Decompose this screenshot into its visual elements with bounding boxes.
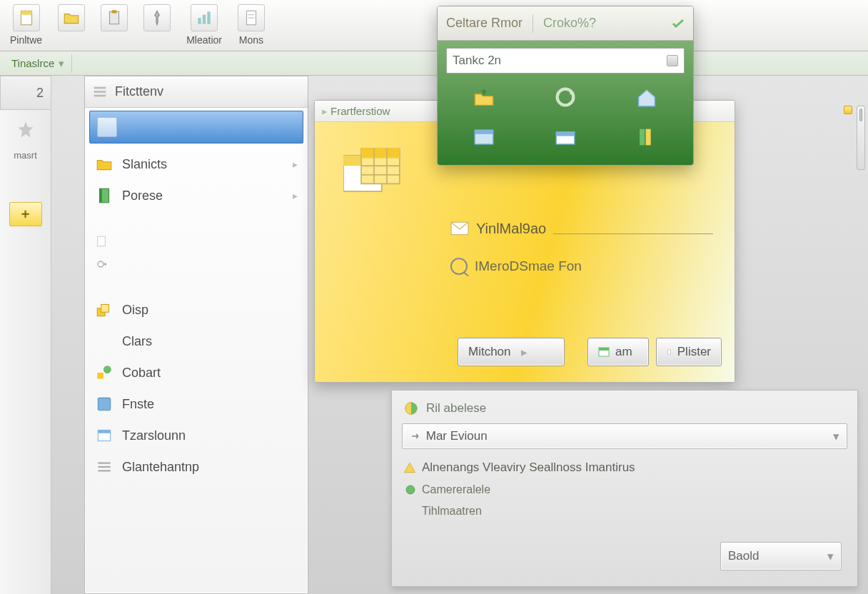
selected-tree-item[interactable] — [89, 111, 303, 144]
window-small-icon — [598, 346, 610, 358]
plister-button[interactable]: Plister — [656, 338, 722, 366]
dropdown-title: Celtare RmorCroko%? — [438, 6, 693, 41]
vertical-toolbar: masrt + — [0, 110, 51, 594]
tree-item-cobart[interactable]: Cobart — [89, 358, 303, 388]
svg-rect-30 — [361, 148, 400, 158]
tree-item-clars[interactable]: Clars — [89, 326, 303, 356]
svg-point-16 — [98, 261, 104, 267]
svg-rect-6 — [207, 11, 210, 24]
dropdown-input[interactable]: Tankc 2n — [446, 48, 685, 74]
svg-rect-23 — [98, 430, 110, 433]
grid-item-2[interactable] — [535, 85, 596, 109]
select-mar-evioun[interactable]: Mar Evioun▾ — [402, 423, 847, 449]
home-icon — [635, 85, 659, 109]
list-icon — [92, 84, 108, 100]
tree-item-porese[interactable]: Porese▸ — [89, 181, 303, 211]
globe-shield-icon — [403, 401, 419, 416]
svg-rect-18 — [101, 304, 109, 312]
ribbon-label: Mleatior — [186, 34, 222, 46]
row-gutter: 2 — [0, 76, 51, 110]
ribbon-item-pinltwe[interactable]: Pinltwe — [10, 4, 42, 46]
panel-row-1[interactable]: YinlMal9ao — [450, 221, 713, 237]
tree-item-tzarslounn[interactable]: Tzarslounn — [89, 421, 303, 450]
ribbon-item-mons[interactable]: Mons — [238, 4, 265, 46]
svg-rect-11 — [94, 91, 106, 93]
search-icon — [450, 258, 468, 275]
vbar-label: masrt — [14, 150, 37, 161]
svg-rect-38 — [667, 350, 670, 354]
grid-item-6[interactable] — [616, 125, 677, 149]
side-panel-header: Fitcttenv — [85, 76, 308, 108]
ribbon-item-mleatior[interactable]: Mleatior — [186, 4, 222, 46]
shapes-icon — [95, 363, 113, 382]
ribbon-item-2[interactable] — [58, 4, 85, 31]
tree-item-slanicts[interactable]: Slanicts▸ — [89, 149, 303, 179]
chart-icon — [191, 4, 218, 31]
lines-icon — [95, 458, 113, 476]
grid-item-5[interactable] — [535, 125, 596, 149]
folder-up-icon — [472, 85, 496, 109]
chevron-right-icon: ▸ — [293, 158, 298, 170]
tab-tinaslrce[interactable]: Tinaslrce ▾ — [4, 54, 72, 73]
svg-rect-41 — [475, 130, 493, 134]
dropdown-panel: Celtare RmorCroko%? Tankc 2n — [437, 6, 694, 166]
books-icon — [635, 125, 659, 149]
paste-icon — [101, 4, 128, 31]
document-icon — [13, 4, 40, 31]
select-baold[interactable]: Baold▾ — [720, 542, 842, 570]
svg-rect-37 — [599, 348, 609, 351]
lower-panel: Ril abelese Mar Evioun▾ Alnenangs Vleavi… — [391, 390, 858, 587]
svg-rect-19 — [97, 373, 104, 379]
doc-icon — [95, 235, 108, 248]
scrollbar-thumb[interactable] — [859, 109, 862, 121]
tree-item-fnste[interactable]: Fnste — [89, 389, 303, 419]
svg-rect-21 — [98, 398, 110, 410]
lower-row-2[interactable]: Camereralele — [402, 479, 847, 500]
svg-rect-15 — [98, 236, 106, 246]
tree-list: Slanicts▸ Porese▸ Oisp Clars Cobart Fnst… — [85, 146, 308, 482]
card-icon — [553, 125, 577, 149]
svg-rect-2 — [110, 11, 119, 24]
refresh-icon — [553, 85, 577, 109]
ribbon-label: Mons — [239, 34, 263, 46]
svg-rect-5 — [203, 15, 206, 24]
window-icon — [95, 426, 113, 445]
svg-rect-14 — [100, 188, 102, 203]
mitchon-button[interactable]: Mitchon▸ — [458, 338, 565, 366]
window-icon — [472, 125, 496, 149]
ribbon-item-3[interactable] — [101, 4, 128, 31]
stack-icon — [95, 301, 113, 319]
ribbon-item-4[interactable] — [143, 4, 171, 31]
svg-rect-45 — [646, 129, 651, 146]
tree-item-oisp[interactable]: Oisp — [89, 295, 303, 325]
panel-row-2[interactable]: IMeroDSmae Fon — [450, 258, 582, 275]
clock-arrow-icon — [95, 258, 109, 270]
color-swatch[interactable] — [844, 106, 852, 114]
chevron-right-icon: ▸ — [293, 190, 298, 201]
grid-item-4[interactable] — [453, 125, 515, 149]
lower-row-1[interactable]: Alnenangs Vleaviry Seallnoss Imantirus — [402, 456, 847, 479]
add-tag-button[interactable]: + — [9, 202, 42, 226]
star-icon[interactable] — [16, 120, 36, 140]
grid-item-3[interactable] — [616, 85, 677, 109]
blank-icon — [95, 332, 113, 351]
svg-rect-4 — [198, 18, 201, 24]
ribbon: Pinltwe Mleatior Mons — [0, 0, 868, 51]
svg-rect-43 — [556, 132, 575, 136]
svg-rect-12 — [94, 94, 106, 96]
svg-point-47 — [406, 485, 415, 494]
tree-spacer — [89, 231, 303, 252]
folder-icon — [95, 155, 113, 173]
lower-panel-header: Ril abelese — [402, 398, 847, 423]
check-icon — [672, 19, 685, 29]
am-button[interactable]: am — [587, 338, 649, 366]
mail-icon — [450, 221, 469, 237]
lower-row-3[interactable]: Tihlmaatren — [402, 500, 847, 522]
svg-rect-3 — [112, 10, 117, 13]
picker-icon[interactable] — [667, 55, 678, 66]
grid-item-1[interactable] — [453, 85, 515, 109]
globe-icon — [405, 484, 416, 495]
scrollbar[interactable] — [857, 106, 865, 170]
svg-rect-44 — [640, 129, 645, 146]
tree-item-glantehantnp[interactable]: Glantehantnp — [89, 452, 303, 482]
